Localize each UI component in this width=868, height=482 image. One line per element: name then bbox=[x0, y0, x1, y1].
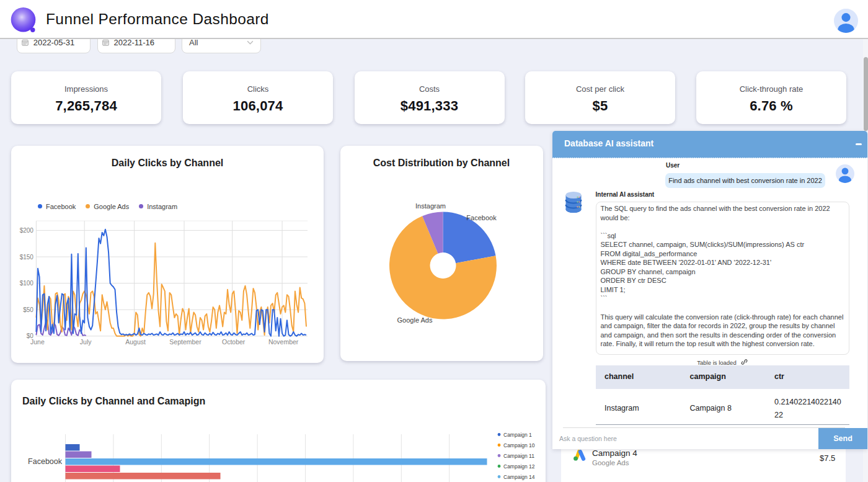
svg-text:Google Ads: Google Ads bbox=[397, 316, 432, 323]
svg-text:$200: $200 bbox=[20, 226, 34, 233]
svg-text:Instagram: Instagram bbox=[415, 202, 446, 209]
svg-text:July: July bbox=[80, 337, 92, 345]
svg-text:June: June bbox=[30, 337, 45, 345]
svg-text:November: November bbox=[268, 337, 299, 345]
svg-text:August: August bbox=[125, 337, 146, 345]
svg-text:$50: $50 bbox=[23, 306, 33, 313]
svg-text:Campaign 11: Campaign 11 bbox=[503, 453, 534, 459]
svg-text:Campaign 1: Campaign 1 bbox=[503, 432, 532, 438]
svg-text:Facebook: Facebook bbox=[28, 457, 63, 466]
svg-text:September: September bbox=[169, 337, 202, 345]
svg-text:Campaign 10: Campaign 10 bbox=[503, 442, 535, 449]
svg-text:Facebook: Facebook bbox=[466, 213, 497, 221]
svg-text:October: October bbox=[222, 337, 246, 345]
svg-text:Campaign 14: Campaign 14 bbox=[503, 474, 535, 480]
svg-text:Campaign 12: Campaign 12 bbox=[503, 463, 535, 470]
svg-text:$100: $100 bbox=[20, 280, 34, 287]
svg-text:$150: $150 bbox=[20, 253, 34, 260]
